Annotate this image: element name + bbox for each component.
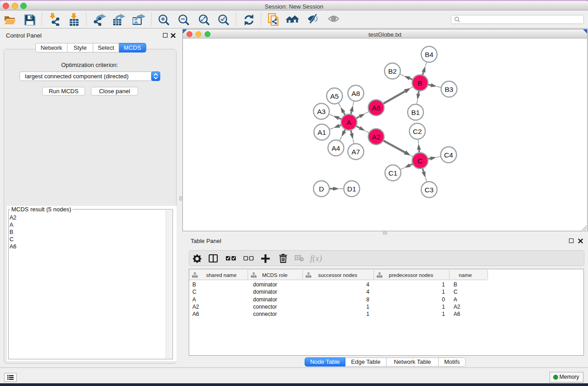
svg-text:A5: A5 [330,92,339,100]
svg-text:B4: B4 [425,51,434,58]
svg-text:A: A [347,119,352,126]
svg-text:A6: A6 [372,104,381,112]
svg-text:C2: C2 [413,128,422,135]
svg-text:D: D [319,185,324,193]
svg-text:C3: C3 [425,186,434,194]
svg-text:B: B [418,79,422,87]
svg-text:C4: C4 [444,151,453,159]
svg-text:D1: D1 [347,185,356,193]
svg-text:A2: A2 [372,133,381,141]
svg-text:B3: B3 [445,86,454,93]
svg-text:C1: C1 [388,169,397,177]
svg-text:A4: A4 [332,144,340,152]
svg-text:A3: A3 [317,108,326,115]
svg-text:A8: A8 [352,90,360,97]
svg-text:B1: B1 [411,109,420,116]
svg-text:B2: B2 [388,67,397,75]
svg-text:C: C [417,157,422,165]
svg-text:A1: A1 [318,129,326,136]
svg-text:A7: A7 [352,148,360,156]
